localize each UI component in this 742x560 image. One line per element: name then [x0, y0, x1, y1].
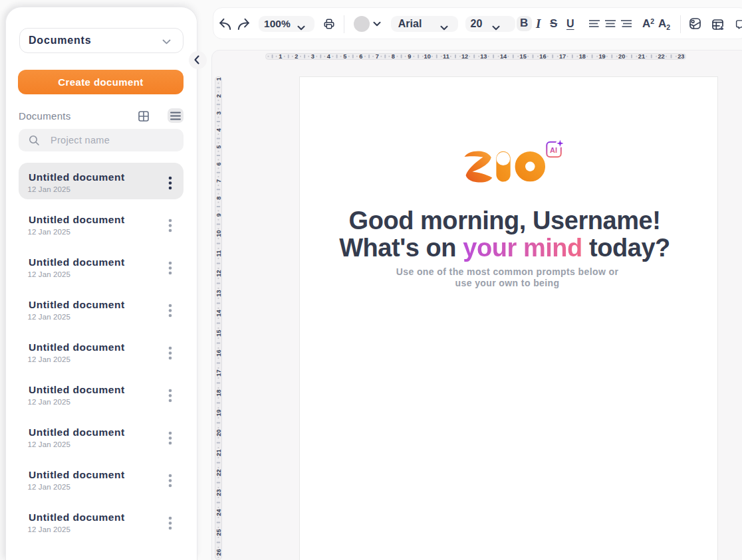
svg-text:13: 13 [480, 53, 487, 60]
svg-text:22: 22 [215, 469, 222, 476]
svg-text:3: 3 [311, 53, 314, 60]
svg-text:8: 8 [392, 53, 395, 60]
svg-text:4: 4 [327, 53, 331, 60]
svg-text:5: 5 [343, 53, 346, 60]
svg-text:6: 6 [215, 162, 222, 165]
svg-text:14: 14 [500, 53, 507, 60]
svg-text:16: 16 [539, 53, 546, 60]
svg-text:AI: AI [550, 146, 557, 154]
svg-text:3: 3 [215, 112, 222, 115]
svg-text:14: 14 [215, 310, 222, 317]
svg-text:2: 2 [295, 53, 298, 60]
svg-text:5: 5 [215, 145, 222, 149]
svg-text:23: 23 [678, 53, 684, 60]
svg-text:21: 21 [638, 53, 645, 60]
svg-text:11: 11 [443, 53, 449, 60]
svg-text:20: 20 [618, 53, 625, 60]
svg-text:18: 18 [579, 53, 586, 60]
svg-text:4: 4 [215, 128, 222, 132]
svg-text:24: 24 [215, 509, 222, 516]
svg-text:10: 10 [424, 53, 431, 60]
svg-text:2: 2 [215, 94, 222, 98]
svg-text:19: 19 [215, 409, 222, 416]
svg-text:25: 25 [215, 529, 222, 535]
svg-text:23: 23 [215, 489, 222, 496]
svg-text:7: 7 [215, 179, 222, 183]
svg-text:11: 11 [215, 250, 222, 257]
svg-text:12: 12 [215, 270, 222, 276]
svg-text:17: 17 [215, 369, 222, 376]
svg-text:17: 17 [559, 53, 566, 60]
svg-text:1: 1 [279, 53, 282, 60]
svg-text:12: 12 [461, 53, 468, 60]
svg-text:20: 20 [215, 429, 222, 436]
svg-text:21: 21 [215, 449, 222, 456]
svg-text:22: 22 [658, 53, 664, 60]
svg-text:19: 19 [598, 53, 605, 60]
svg-text:13: 13 [215, 290, 222, 296]
svg-text:9: 9 [408, 53, 411, 60]
svg-text:8: 8 [215, 197, 222, 200]
svg-text:7: 7 [376, 53, 379, 60]
svg-text:1: 1 [215, 77, 222, 80]
svg-text:6: 6 [359, 53, 362, 60]
svg-text:15: 15 [520, 53, 527, 60]
svg-text:10: 10 [215, 230, 222, 236]
svg-text:18: 18 [215, 389, 222, 396]
svg-text:9: 9 [215, 213, 222, 217]
svg-text:26: 26 [215, 549, 222, 555]
svg-text:15: 15 [215, 329, 222, 336]
svg-text:16: 16 [215, 349, 222, 356]
